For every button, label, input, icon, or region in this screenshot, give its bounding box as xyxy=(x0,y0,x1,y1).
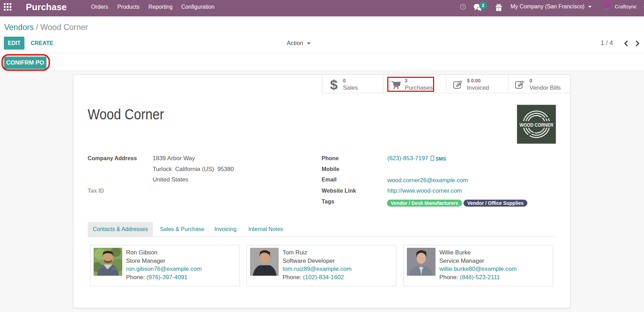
svg-text:WOOD CORNER: WOOD CORNER xyxy=(520,122,554,128)
